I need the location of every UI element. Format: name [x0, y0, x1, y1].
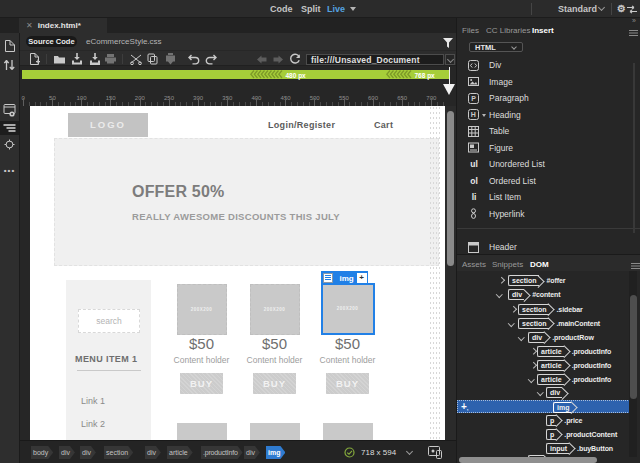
svg-text:P: P [471, 95, 476, 102]
svg-text:H: H [471, 111, 476, 118]
